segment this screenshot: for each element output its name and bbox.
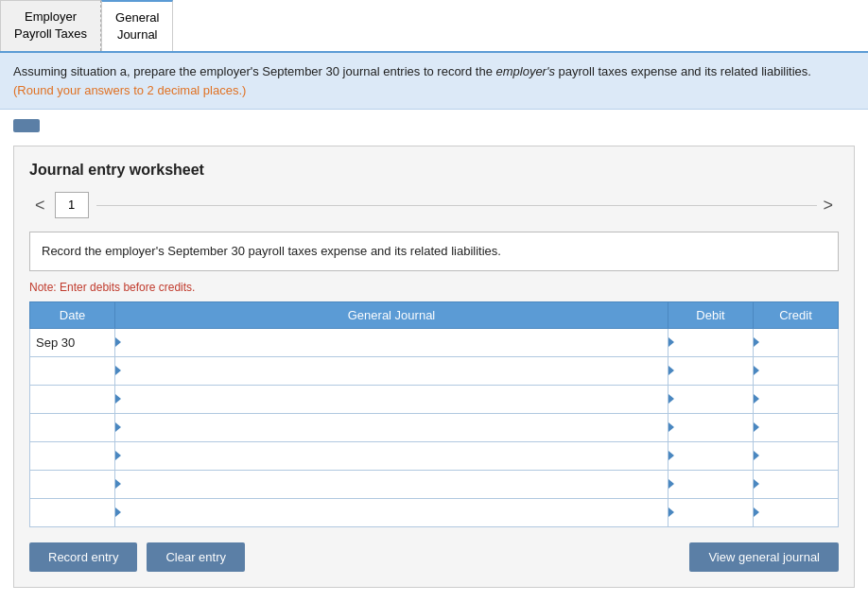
journal-table: Date General Journal Debit Credit Sep 30 bbox=[29, 301, 839, 527]
date-cell-6 bbox=[30, 498, 115, 526]
col-header-credit: Credit bbox=[754, 301, 839, 328]
credit-input-1[interactable] bbox=[757, 357, 834, 385]
gj-cell-4[interactable] bbox=[115, 441, 668, 470]
credit-input-6[interactable] bbox=[757, 499, 834, 526]
table-row bbox=[30, 441, 839, 470]
date-cell-0: Sep 30 bbox=[30, 328, 115, 356]
credit-input-3[interactable] bbox=[757, 414, 834, 441]
bottom-buttons: Record entry Clear entry View general jo… bbox=[29, 542, 839, 572]
credit-input-5[interactable] bbox=[757, 471, 834, 498]
worksheet-title: Journal entry worksheet bbox=[29, 162, 839, 179]
credit-cell-5[interactable] bbox=[754, 470, 839, 498]
credit-cell-4[interactable] bbox=[754, 441, 839, 470]
gj-input-1[interactable] bbox=[119, 357, 664, 385]
record-entry-button[interactable]: Record entry bbox=[29, 542, 137, 572]
instructions-note: (Round your answers to 2 decimal places.… bbox=[13, 83, 246, 97]
credit-cell-2[interactable] bbox=[754, 385, 839, 413]
debit-cell-2[interactable] bbox=[668, 385, 754, 413]
gj-cell-6[interactable] bbox=[115, 498, 668, 526]
debit-input-2[interactable] bbox=[672, 386, 749, 413]
view-general-journal-button[interactable]: View general journal bbox=[689, 542, 839, 572]
gj-input-3[interactable] bbox=[119, 414, 664, 441]
date-cell-1 bbox=[30, 356, 115, 385]
debit-cell-6[interactable] bbox=[668, 498, 754, 526]
date-cell-3 bbox=[30, 413, 115, 441]
debit-input-1[interactable] bbox=[672, 357, 749, 385]
nav-row: < 1 > bbox=[29, 192, 839, 218]
table-row: Sep 30 bbox=[30, 328, 839, 356]
date-cell-2 bbox=[30, 385, 115, 413]
instructions-banner: Assuming situation a, prepare the employ… bbox=[0, 53, 868, 110]
debit-cell-0[interactable] bbox=[668, 328, 754, 356]
gj-input-5[interactable] bbox=[119, 471, 664, 498]
instructions-text: Assuming situation a, prepare the employ… bbox=[13, 64, 811, 97]
credit-cell-0[interactable] bbox=[754, 328, 839, 356]
table-row bbox=[30, 498, 839, 526]
debit-cell-4[interactable] bbox=[668, 441, 754, 470]
table-row bbox=[30, 356, 839, 385]
debit-input-5[interactable] bbox=[672, 471, 749, 498]
gj-input-0[interactable] bbox=[119, 329, 664, 356]
table-row bbox=[30, 413, 839, 441]
gj-cell-1[interactable] bbox=[115, 356, 668, 385]
tab-general-journal[interactable]: General Journal bbox=[101, 0, 173, 51]
credit-cell-3[interactable] bbox=[754, 413, 839, 441]
note-text: Note: Enter debits before credits. bbox=[29, 281, 839, 294]
gj-input-6[interactable] bbox=[119, 499, 664, 526]
col-header-gj: General Journal bbox=[115, 301, 668, 328]
gj-input-4[interactable] bbox=[119, 442, 664, 470]
date-cell-5 bbox=[30, 470, 115, 498]
col-header-date: Date bbox=[30, 301, 115, 328]
debit-cell-5[interactable] bbox=[668, 470, 754, 498]
nav-prev-button[interactable]: < bbox=[29, 194, 51, 217]
credit-input-0[interactable] bbox=[757, 329, 834, 356]
page-number-box: 1 bbox=[55, 192, 89, 218]
debit-cell-3[interactable] bbox=[668, 413, 754, 441]
table-row bbox=[30, 385, 839, 413]
description-box: Record the employer's September 30 payro… bbox=[29, 232, 839, 271]
debit-cell-1[interactable] bbox=[668, 356, 754, 385]
gj-input-2[interactable] bbox=[119, 386, 664, 413]
gj-cell-5[interactable] bbox=[115, 470, 668, 498]
debit-input-6[interactable] bbox=[672, 499, 749, 526]
nav-line bbox=[96, 205, 818, 206]
credit-cell-1[interactable] bbox=[754, 356, 839, 385]
col-header-debit: Debit bbox=[668, 301, 754, 328]
debit-input-3[interactable] bbox=[672, 414, 749, 441]
debit-input-0[interactable] bbox=[672, 329, 749, 356]
clear-entry-button[interactable]: Clear entry bbox=[147, 542, 245, 572]
nav-next-button[interactable]: > bbox=[817, 194, 839, 217]
credit-input-2[interactable] bbox=[757, 386, 834, 413]
gj-cell-3[interactable] bbox=[115, 413, 668, 441]
debit-input-4[interactable] bbox=[672, 442, 749, 470]
tab-employer-payroll[interactable]: Employer Payroll Taxes bbox=[0, 0, 101, 51]
credit-cell-6[interactable] bbox=[754, 498, 839, 526]
table-row bbox=[30, 470, 839, 498]
description-text: Record the employer's September 30 payro… bbox=[42, 244, 501, 258]
gj-cell-2[interactable] bbox=[115, 385, 668, 413]
tab-bar: Employer Payroll Taxes General Journal bbox=[0, 0, 868, 53]
credit-input-4[interactable] bbox=[757, 442, 834, 470]
view-transaction-button[interactable] bbox=[13, 119, 40, 132]
gj-cell-0[interactable] bbox=[115, 328, 668, 356]
date-cell-4 bbox=[30, 441, 115, 470]
worksheet-card: Journal entry worksheet < 1 > Record the… bbox=[13, 146, 855, 588]
